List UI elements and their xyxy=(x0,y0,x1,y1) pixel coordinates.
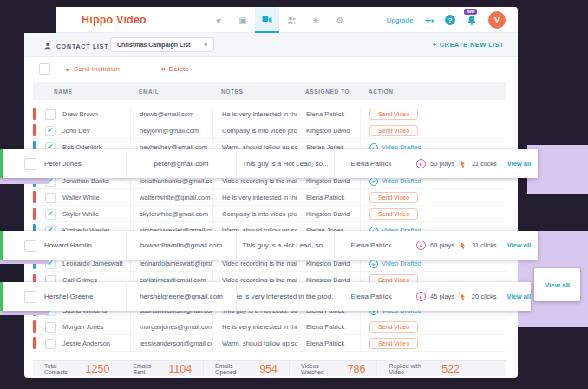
contact-email: howardhamlin@gmail.com xyxy=(126,231,236,260)
bulk-actions-bar: ►Send Invitation ×Delete xyxy=(24,57,518,81)
contact-assigned: Elena Patrick xyxy=(334,149,408,178)
contact-notes: Warm, should follow up so... xyxy=(212,335,297,352)
clicks-count: 21 clicks xyxy=(472,160,497,168)
table-row: Skyler White skylerwhite@gmail.com Compa… xyxy=(33,206,506,222)
nav-integrations-icon[interactable]: ✳ xyxy=(304,7,328,33)
table-row: Morgan Jones morganjones@gmail.com He is… xyxy=(33,319,506,335)
send-video-button[interactable]: Send Video xyxy=(369,321,418,333)
contact-notes: He is very interested in the prod... xyxy=(236,282,334,311)
nav-screen-icon[interactable]: ▣ xyxy=(231,7,255,33)
contact-name: Drew Brown xyxy=(62,110,98,118)
click-cursor-icon xyxy=(459,293,467,301)
contact-name: Leonardo Jameswatt xyxy=(62,260,123,267)
totals-footer: Total Contacts1250 Emails Sent1104 Email… xyxy=(33,360,506,376)
contact-notes: Company is into video produ... xyxy=(212,122,297,139)
plus-icon: + xyxy=(424,14,431,27)
new-badge: New xyxy=(464,9,477,15)
chevron-down-icon: ▾ xyxy=(204,42,207,49)
table-row: Jessie Anderson jessieanderson@gmail.com… xyxy=(33,335,506,352)
stat-emails-sent: Emails Sent1104 xyxy=(121,361,204,376)
nav-contacts-icon[interactable] xyxy=(279,7,304,33)
row-checkbox[interactable] xyxy=(45,339,56,349)
contact-email: heyjohn@gmail.com xyxy=(130,122,212,139)
dark-corner-overlay xyxy=(24,7,56,33)
asterisk-icon: ✳ xyxy=(312,16,319,25)
contact-name: John Dev xyxy=(62,127,90,135)
contact-email: skylerwhite@gmail.com xyxy=(130,206,212,222)
view-all-link[interactable]: View all xyxy=(507,293,531,300)
row-checkbox[interactable] xyxy=(24,291,36,303)
row-checkbox[interactable] xyxy=(45,109,56,120)
click-cursor-icon xyxy=(459,241,467,250)
send-video-button[interactable]: Send Video xyxy=(369,338,418,349)
row-checkbox[interactable] xyxy=(45,209,56,220)
hippo-video-app: Hippo Video ► ▣ ✳ ⚙ Upgrade +▾ ? New xyxy=(24,7,518,378)
send-video-button[interactable]: Send Video xyxy=(369,125,418,136)
send-video-button[interactable]: Send Video xyxy=(369,208,418,220)
contact-notes: He is very interested in the prod... xyxy=(212,106,297,122)
paper-plane-icon: ► xyxy=(212,14,224,25)
send-invitation-button[interactable]: ►Send Invitation xyxy=(65,65,120,73)
col-header-notes: NOTES xyxy=(212,82,297,100)
select-all-checkbox[interactable] xyxy=(39,63,50,75)
nav-send-icon[interactable]: ► xyxy=(206,7,231,33)
contact-assigned: Elena Patrick xyxy=(297,106,360,122)
list-selector-dropdown[interactable]: Christmas Campaign List ▾ xyxy=(110,37,214,52)
nav-video-camera-icon[interactable] xyxy=(255,7,279,33)
contact-list-label: CONTACT LIST xyxy=(43,42,108,50)
bell-icon xyxy=(467,15,477,26)
row-checkbox[interactable] xyxy=(24,158,36,170)
delete-button[interactable]: ×Delete xyxy=(161,65,189,73)
plays-count: 60 plays xyxy=(430,241,454,249)
user-avatar[interactable]: V xyxy=(488,11,506,29)
contact-name: Walter White xyxy=(62,194,100,201)
screen-icon: ▣ xyxy=(238,16,246,25)
view-all-link[interactable]: View all xyxy=(545,281,570,289)
contact-email: jessieanderson@gmail.com xyxy=(130,335,212,352)
help-button[interactable]: ? xyxy=(445,15,455,25)
contact-assigned: Elena Patrick xyxy=(297,335,360,352)
contact-notes: He is very interested in the prod... xyxy=(212,319,297,335)
table-row: Drew Brown drewb@email.com He is very in… xyxy=(33,106,506,122)
stat-emails-opened: Emails Opened954 xyxy=(204,361,290,376)
plays-count: 45 plays xyxy=(430,293,454,300)
view-all-link[interactable]: View all xyxy=(507,160,531,168)
table-row: Walter White waltertwhite@gmail.com He i… xyxy=(33,189,506,206)
top-navigation-bar: Hippo Video ► ▣ ✳ ⚙ Upgrade +▾ ? New xyxy=(24,7,518,33)
contact-name: Hershel Greene xyxy=(44,293,93,300)
contact-email: waltertwhite@gmail.com xyxy=(130,189,212,206)
highlighted-contact-row: Howard Hamlin howardhamlin@gmail.com Thi… xyxy=(0,231,538,260)
click-cursor-icon xyxy=(459,160,467,168)
contact-notes: This guy is a Hot Lead, so... xyxy=(236,149,334,178)
contact-name: Jessie Anderson xyxy=(62,340,110,347)
contact-assigned: Kingston David xyxy=(297,122,360,139)
stat-videos-watched: Videos Watched786 xyxy=(290,361,378,376)
nav-settings-icon[interactable]: ⚙ xyxy=(328,7,352,33)
highlighted-contact-row: Peter Jones peter@gmail.com This guy is … xyxy=(0,149,538,178)
highlighted-contact-row: Hershel Greene hershelgreene@gmail.com H… xyxy=(0,282,531,311)
send-icon: ► xyxy=(64,65,71,72)
gear-icon: ⚙ xyxy=(336,16,344,25)
close-icon: × xyxy=(161,65,166,73)
create-new-list-button[interactable]: +CREATE NEW LIST xyxy=(433,41,504,49)
view-all-link[interactable]: View all xyxy=(507,241,531,249)
row-checkbox[interactable] xyxy=(45,126,56,136)
contact-list-bar: CONTACT LIST Christmas Campaign List ▾ +… xyxy=(24,33,518,57)
contact-name: Peter Jones xyxy=(44,160,82,168)
send-video-button[interactable]: Send Video xyxy=(369,109,418,120)
contact-email: hershelgreene@gmail.com xyxy=(126,282,236,311)
add-new-button[interactable]: +▾ xyxy=(424,15,434,26)
stat-replied-with-video: Replied with Video522 xyxy=(377,361,471,376)
chevron-down-icon: ▾ xyxy=(431,18,434,23)
contact-name: Jonathan Banks xyxy=(62,177,109,185)
clicks-count: 31 clicks xyxy=(472,241,497,249)
send-video-button[interactable]: Send Video xyxy=(369,192,418,203)
question-icon: ? xyxy=(448,16,453,24)
row-checkbox[interactable] xyxy=(24,240,36,252)
upgrade-link[interactable]: Upgrade xyxy=(387,16,414,24)
row-checkbox[interactable] xyxy=(45,322,56,333)
contact-email: drewb@email.com xyxy=(130,106,212,122)
col-header-action: ACTION xyxy=(360,82,506,100)
row-checkbox[interactable] xyxy=(45,193,56,203)
notifications-button[interactable]: New xyxy=(467,15,477,26)
